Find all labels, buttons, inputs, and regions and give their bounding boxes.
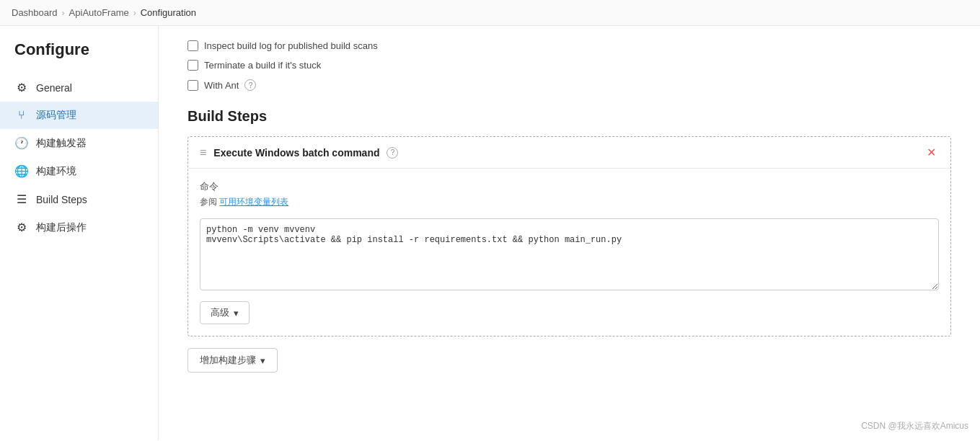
breadcrumb-sep-1: › bbox=[62, 8, 65, 18]
env-vars-link[interactable]: 可用环境变量列表 bbox=[219, 196, 288, 208]
close-icon: ✕ bbox=[927, 146, 936, 159]
terminate-stuck-label: Terminate a build if it's stuck bbox=[204, 60, 321, 71]
terminate-stuck-checkbox[interactable] bbox=[187, 60, 198, 71]
sidebar-item-general[interactable]: ⚙ General bbox=[0, 74, 158, 102]
sidebar-item-label-post-build: 构建后操作 bbox=[36, 221, 87, 234]
checkbox-group: Inspect build log for published build sc… bbox=[187, 40, 951, 91]
step-card-header-left: ≡ Execute Windows batch command ? bbox=[200, 146, 398, 159]
command-textarea[interactable] bbox=[200, 218, 939, 290]
with-ant-label: With Ant bbox=[204, 80, 239, 91]
breadcrumb-current: Configuration bbox=[141, 7, 196, 18]
sidebar-item-label-general: General bbox=[36, 82, 72, 94]
watermark: CSDN @我永远喜欢Amicus bbox=[861, 420, 968, 432]
sidebar-item-label-build-steps: Build Steps bbox=[36, 194, 87, 205]
chevron-down-icon-add: ▾ bbox=[260, 355, 265, 366]
sidebar-item-source[interactable]: ⑂ 源码管理 bbox=[0, 102, 158, 129]
step-card-header: ≡ Execute Windows batch command ? ✕ bbox=[188, 137, 950, 169]
with-ant-checkbox[interactable] bbox=[187, 80, 198, 91]
command-field-label: 命令 bbox=[200, 180, 939, 193]
field-subtext: 参阅 bbox=[200, 197, 217, 207]
drag-handle-icon[interactable]: ≡ bbox=[200, 146, 206, 159]
add-step-label: 增加构建步骤 bbox=[200, 354, 256, 367]
advanced-button[interactable]: 高级 ▾ bbox=[200, 301, 250, 324]
breadcrumb-sep-2: › bbox=[133, 8, 136, 18]
list-icon: ☰ bbox=[14, 192, 29, 206]
checkbox-terminate-stuck: Terminate a build if it's stuck bbox=[187, 60, 951, 71]
sidebar-item-trigger[interactable]: 🕐 构建触发器 bbox=[0, 129, 158, 157]
step-close-button[interactable]: ✕ bbox=[924, 146, 939, 159]
checkbox-inspect-log: Inspect build log for published build sc… bbox=[187, 40, 951, 51]
branch-icon: ⑂ bbox=[14, 109, 29, 122]
sidebar-item-label-trigger: 构建触发器 bbox=[36, 137, 87, 150]
step-card-title: Execute Windows batch command bbox=[213, 147, 379, 159]
gear-icon: ⚙ bbox=[14, 81, 29, 94]
sidebar-title: Configure bbox=[0, 40, 158, 74]
inspect-log-label: Inspect build log for published build sc… bbox=[204, 40, 378, 51]
sidebar-item-post-build[interactable]: ⚙ 构建后操作 bbox=[0, 213, 158, 241]
settings-icon: ⚙ bbox=[14, 220, 29, 234]
sidebar-item-build-steps[interactable]: ☰ Build Steps bbox=[0, 185, 158, 213]
step-body: 命令 参阅 可用环境变量列表 高级 ▾ bbox=[188, 169, 950, 336]
globe-icon: 🌐 bbox=[14, 164, 29, 178]
env-vars-row: 参阅 可用环境变量列表 bbox=[200, 196, 939, 214]
clock-icon: 🕐 bbox=[14, 136, 29, 150]
breadcrumb-apiautoframe[interactable]: ApiAutoFrame bbox=[69, 7, 129, 18]
inspect-log-checkbox[interactable] bbox=[187, 40, 198, 51]
checkbox-with-ant: With Ant ? bbox=[187, 79, 951, 91]
with-ant-help-icon[interactable]: ? bbox=[244, 79, 256, 91]
sidebar-item-label-source: 源码管理 bbox=[36, 109, 76, 122]
sidebar-item-env[interactable]: 🌐 构建环境 bbox=[0, 157, 158, 185]
sidebar-item-label-env: 构建环境 bbox=[36, 165, 76, 178]
sidebar: Configure ⚙ General ⑂ 源码管理 🕐 构建触发器 🌐 构建环… bbox=[0, 26, 159, 440]
main-content: Inspect build log for published build sc… bbox=[159, 26, 980, 440]
step-help-icon[interactable]: ? bbox=[387, 147, 398, 159]
build-steps-title: Build Steps bbox=[187, 108, 951, 125]
breadcrumb: Dashboard › ApiAutoFrame › Configuration bbox=[0, 0, 980, 26]
add-step-button[interactable]: 增加构建步骤 ▾ bbox=[187, 348, 278, 373]
breadcrumb-dashboard[interactable]: Dashboard bbox=[12, 7, 58, 18]
advanced-label: 高级 bbox=[211, 306, 229, 319]
chevron-down-icon: ▾ bbox=[234, 308, 239, 318]
step-card: ≡ Execute Windows batch command ? ✕ 命令 参… bbox=[187, 136, 951, 337]
